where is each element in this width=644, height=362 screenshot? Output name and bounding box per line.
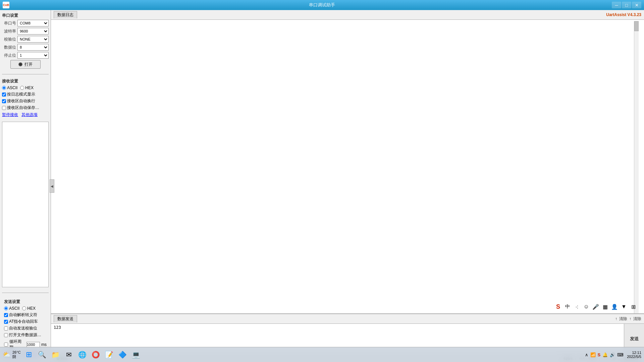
open-file-checkbox[interactable]: 打开文件数据源…	[4, 332, 47, 338]
mic-icon[interactable]: 🎤	[592, 303, 600, 311]
sogou-icon[interactable]: S	[554, 303, 562, 311]
log-mode-checkbox[interactable]: 按日志模式显示	[2, 92, 49, 97]
serial-settings-section: 串口设置 串口号 COM8 COM1 COM2 波特率 9600 1	[2, 13, 49, 70]
clear-icon: ↑	[615, 316, 617, 321]
parity-select[interactable]: NONE ODD EVEN	[17, 36, 49, 43]
receive-hex-radio[interactable]: HEX	[20, 85, 34, 90]
weather-icon: ⛅	[3, 351, 11, 359]
emoji-icon[interactable]: ☺	[582, 303, 590, 311]
volume-icon[interactable]: 🔊	[610, 352, 615, 357]
wps-button[interactable]: 📝	[104, 349, 115, 360]
log-header: 数据日志 UartAssist V4.3.23	[51, 10, 644, 20]
log-content[interactable]: S 中 ·: ☺ 🎤 ▦ 👤 ▼ ⊞	[51, 20, 644, 313]
receive-settings-title: 接收设置	[2, 78, 49, 84]
sogou-tray-icon[interactable]: S	[598, 352, 601, 357]
parity-row: 校验位 NONE ODD EVEN	[2, 36, 49, 43]
start-button[interactable]: ⊞	[23, 349, 34, 360]
office-button[interactable]: ⭕	[91, 349, 101, 360]
auto-save-checkbox[interactable]: 接收区自动保存…	[2, 105, 49, 111]
baud-select[interactable]: 9600 115200	[17, 28, 49, 35]
divider-2	[2, 293, 49, 293]
version-label: UartAssist V4.3.23	[606, 12, 641, 17]
sys-icons: ∧ 📶 S 🔔 🔊 ⌨	[585, 352, 624, 357]
baud-label: 波特率	[2, 28, 16, 34]
log-tab[interactable]: 数据日志	[54, 11, 77, 18]
port-row: 串口号 COM8 COM1 COM2	[2, 20, 49, 26]
open-port-button[interactable]: 打开	[10, 60, 41, 69]
port-label: 串口号	[2, 20, 16, 26]
clear-send-button[interactable]: 清除	[619, 316, 627, 322]
databits-select[interactable]: 8 7	[17, 44, 49, 51]
taskbar-icons: ⊞ 🔍 📁 ✉ 🌐 ⭕ 📝 🔷 💻	[23, 349, 142, 360]
loop-checkbox[interactable]	[4, 343, 8, 347]
at-auto-return-checkbox[interactable]: AT指令自动回车	[4, 319, 47, 324]
chevron-icon[interactable]: ∧	[585, 352, 588, 357]
receive-encoding-group: ASCII HEX	[2, 85, 49, 90]
databits-label: 数据位	[2, 45, 16, 50]
loop-value-input[interactable]	[26, 342, 40, 347]
port-select[interactable]: COM8 COM1 COM2	[17, 20, 49, 26]
dot-icon[interactable]: ·:	[573, 303, 581, 311]
receive-settings-section: 接收设置 ASCII HEX 按日志模式显示	[2, 78, 49, 118]
log-scrollbar-thumb[interactable]	[634, 21, 639, 31]
settings-icon[interactable]: ▼	[620, 303, 628, 311]
title-bar-left: CoB	[3, 2, 9, 8]
clear-receive-link[interactable]: 暂停接收	[2, 112, 18, 118]
time-display: 12:11	[627, 351, 641, 355]
window-controls: ─ □ ✕	[612, 2, 641, 8]
log-scrollbar-track[interactable]	[634, 21, 639, 313]
keyboard-icon[interactable]: ⌨	[617, 352, 624, 357]
stopbits-select[interactable]: 1 2	[17, 52, 49, 59]
port-status-dot	[18, 62, 22, 66]
sidebar: 串口设置 串口号 COM8 COM1 COM2 波特率 9600 1	[0, 10, 51, 362]
chinese-icon[interactable]: 中	[564, 303, 572, 311]
clock[interactable]: 12:11 2022/5/5	[627, 351, 641, 359]
send-ascii-radio[interactable]: ASCII	[4, 306, 19, 311]
serial-settings-title: 串口设置	[2, 13, 49, 18]
weather-widget: ⛅ 26°C 阴	[3, 350, 21, 359]
close-button[interactable]: ✕	[632, 2, 641, 8]
send-settings-title: 发送设置	[4, 299, 47, 305]
more-options-link[interactable]: 其他选项	[21, 112, 38, 118]
terminal-button[interactable]: 💻	[131, 349, 142, 360]
window-title: 串口调试助手	[309, 2, 335, 8]
main-window: 串口设置 串口号 COM8 COM1 COM2 波特率 9600 1	[0, 10, 644, 362]
sidebar-wrapper: 串口设置 串口号 COM8 COM1 COM2 波特率 9600 1	[0, 10, 51, 362]
open-port-label: 打开	[24, 62, 33, 67]
app-icon: CoB	[3, 2, 9, 8]
search-button[interactable]: 🔍	[37, 349, 48, 360]
auto-scroll-checkbox[interactable]: 接收区自动换行	[2, 98, 49, 104]
taskbar: ⛅ 26°C 阴 ⊞ 🔍 📁 ✉ 🌐 ⭕	[0, 347, 644, 362]
send-hex-radio[interactable]: HEX	[22, 306, 36, 311]
auto-escape-checkbox[interactable]: 自动解析转义符	[4, 312, 47, 318]
send-tab[interactable]: 数据发送	[54, 315, 77, 322]
send-header: 数据发送 ↑ 清除 ↑ 清除	[51, 314, 644, 324]
stopbits-label: 停止位	[2, 53, 16, 58]
minimize-button[interactable]: ─	[612, 2, 621, 8]
network-icon[interactable]: 📶	[590, 352, 596, 357]
log-area: 数据日志 UartAssist V4.3.23 S 中 ·: ☺ 🎤	[51, 10, 644, 314]
taskbar-right: ∧ 📶 S 🔔 🔊 ⌨ 12:11 2022/5/5	[585, 351, 642, 359]
sidebar-middle-area	[2, 122, 49, 287]
app-body: 串口设置 串口号 COM8 COM1 COM2 波特率 9600 1	[0, 10, 644, 362]
mail-button[interactable]: ✉	[64, 349, 74, 360]
explorer-button[interactable]: 📁	[50, 349, 61, 360]
send-encoding-group: ASCII HEX	[4, 306, 47, 311]
grid-icon[interactable]: ▦	[601, 303, 609, 311]
restore-button[interactable]: □	[622, 2, 631, 8]
apps-icon[interactable]: ⊞	[629, 303, 637, 311]
receive-ascii-radio[interactable]: ASCII	[2, 85, 17, 90]
weather-condition: 阴	[12, 354, 21, 359]
baud-row: 波特率 9600 115200	[2, 28, 49, 35]
user-icon[interactable]: 👤	[610, 303, 619, 311]
collapse-sidebar-button[interactable]: ◀	[50, 179, 54, 193]
divider-1	[2, 74, 49, 74]
temperature: 26°C	[12, 350, 21, 354]
edge-button[interactable]: 🌐	[77, 349, 88, 360]
notification-icon[interactable]: 🔔	[602, 352, 608, 357]
vscode-button[interactable]: 🔷	[117, 349, 128, 360]
auto-checksum-checkbox[interactable]: 自动发送校验位	[4, 325, 47, 331]
log-toolbar: S 中 ·: ☺ 🎤 ▦ 👤 ▼ ⊞	[554, 303, 637, 311]
clear-send-button-2[interactable]: 清除	[633, 316, 641, 322]
clear-icon-2: ↑	[629, 316, 631, 321]
